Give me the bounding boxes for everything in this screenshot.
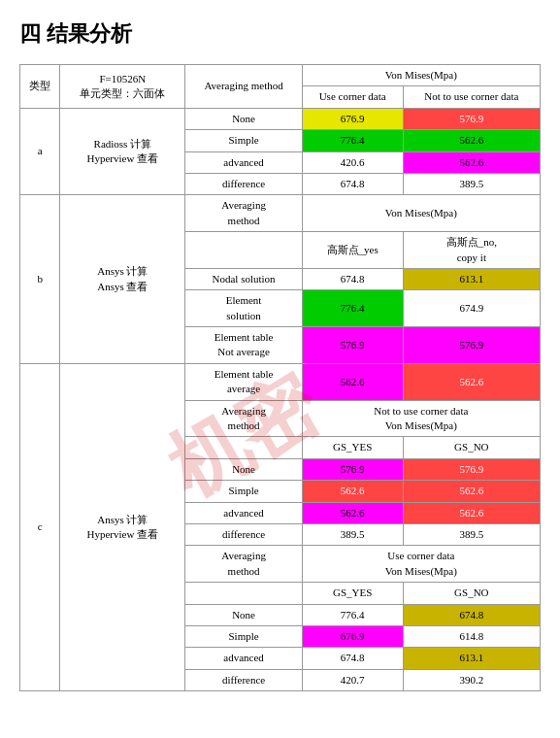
- a-row2-nocorner: 562.6: [403, 130, 540, 151]
- c-uc-avg-label: Averagingmethod: [185, 546, 302, 583]
- not-use-corner-header: Not to use corner data: [403, 86, 540, 108]
- c-nc-row2-col1: 562.6: [302, 481, 403, 502]
- c-nc-col2-hdr: GS_NO: [403, 437, 540, 458]
- c-uc-row1-col1: 776.4: [302, 604, 403, 625]
- c-uc-row1-col2: 674.8: [403, 604, 540, 625]
- c-nc-row4-col1: 389.5: [302, 523, 403, 545]
- page-title: 四 结果分析: [19, 19, 541, 49]
- a-row4-corner: 674.8: [302, 173, 403, 194]
- a-row3-method: advanced: [185, 151, 302, 173]
- section-b-label: b: [20, 195, 60, 364]
- c-nc-row4-method: difference: [185, 523, 302, 545]
- c-nc-row4-col2: 389.5: [403, 523, 540, 545]
- section-b-desc: Ansys 计算 Ansys 查看: [60, 195, 185, 364]
- b-row3-col1: 576.9: [302, 327, 403, 364]
- b-row1-col1: 674.8: [302, 268, 403, 289]
- a-row2-corner: 776.4: [302, 130, 403, 151]
- b-averaging-label: Averagingmethod: [185, 195, 302, 232]
- section-a-label: a: [20, 108, 60, 195]
- b-sub-col1: 高斯点_yes: [302, 232, 403, 269]
- section-c-desc: Ansys 计算 Hyperview 查看: [60, 363, 185, 690]
- section-a-desc: Radioss 计算 Hyperview 查看: [60, 108, 185, 195]
- b-row4-col2: 562.6: [403, 363, 540, 400]
- c-nc-row1-col2: 576.9: [403, 458, 540, 480]
- b-row1-method: Nodal solution: [185, 268, 302, 289]
- c-nc-row2-col2: 562.6: [403, 481, 540, 502]
- c-uc-row4-col2: 390.2: [403, 669, 540, 690]
- c-nc-row3-method: advanced: [185, 502, 302, 523]
- b-row2-col1: 776.4: [302, 290, 403, 327]
- col-averaging-header: Averaging method: [185, 65, 302, 109]
- c-uc-col2-hdr: GS_NO: [403, 583, 540, 604]
- c-nc-col1-hdr: GS_YES: [302, 437, 403, 458]
- a-row4-nocorner: 389.5: [403, 173, 540, 194]
- c-uc-row2-col2: 614.8: [403, 625, 540, 647]
- use-corner-header: Use corner data: [302, 86, 403, 108]
- c-uc-row3-col2: 613.1: [403, 648, 540, 669]
- c-nc-avg-label: Averagingmethod: [185, 400, 302, 437]
- c-nc-row2-method: Simple: [185, 481, 302, 502]
- b-row4-method: Element tableaverage: [185, 363, 302, 400]
- c-uc-row2-col1: 676.9: [302, 625, 403, 647]
- c-nc-row3-col1: 562.6: [302, 502, 403, 523]
- a-row2-method: Simple: [185, 130, 302, 151]
- c-nc-header: Not to use corner dataVon Mises(Mpa): [302, 400, 540, 437]
- c-uc-row4-method: difference: [185, 669, 302, 690]
- b-row2-col2: 674.9: [403, 290, 540, 327]
- a-row3-corner: 420.6: [302, 151, 403, 173]
- a-row4-method: difference: [185, 173, 302, 194]
- c-uc-row3-method: advanced: [185, 648, 302, 669]
- b-sub-header-avg: [185, 232, 302, 269]
- a-row1-corner: 676.9: [302, 108, 403, 129]
- b-vonmises-header: Von Mises(Mpa): [302, 195, 540, 232]
- c-uc-row3-col1: 674.8: [302, 648, 403, 669]
- b-row3-method: Element tableNot average: [185, 327, 302, 364]
- b-sub-col2: 高斯点_no,copy it: [403, 232, 540, 269]
- b-row3-col2: 576.9: [403, 327, 540, 364]
- c-uc-col1-hdr: GS_YES: [302, 583, 403, 604]
- b-row4-col1: 562.6: [302, 363, 403, 400]
- c-nc-row1-col1: 576.9: [302, 458, 403, 480]
- c-uc-row1-method: None: [185, 604, 302, 625]
- c-uc-row2-method: Simple: [185, 625, 302, 647]
- a-row1-nocorner: 576.9: [403, 108, 540, 129]
- a-row1-method: None: [185, 108, 302, 129]
- main-table: 类型 F=10526N 单元类型：六面体 Averaging method Vo…: [19, 64, 541, 691]
- c-nc-sub-blank: [185, 437, 302, 458]
- c-uc-sub-blank: [185, 583, 302, 604]
- a-row3-nocorner: 562.6: [403, 151, 540, 173]
- c-uc-row4-col1: 420.7: [302, 669, 403, 690]
- b-row1-col2: 613.1: [403, 268, 540, 289]
- von-mises-header: Von Mises(Mpa): [302, 65, 540, 86]
- c-nc-row3-col2: 562.6: [403, 502, 540, 523]
- b-row2-method: Elementsolution: [185, 290, 302, 327]
- c-uc-header: Use corner dataVon Mises(Mpa): [302, 546, 540, 583]
- col-force-header: F=10526N 单元类型：六面体: [60, 65, 185, 109]
- c-nc-row1-method: None: [185, 458, 302, 480]
- col-type-header: 类型: [20, 65, 60, 109]
- section-c-label: c: [20, 363, 60, 690]
